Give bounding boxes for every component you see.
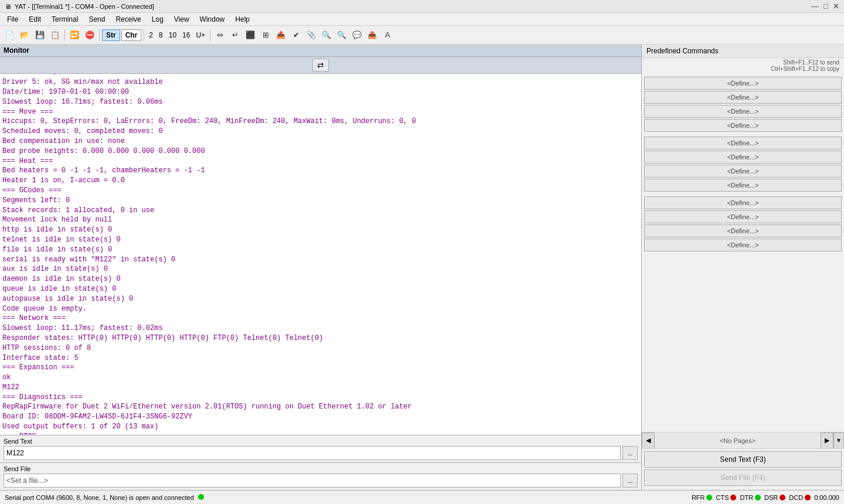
- predef-btn-8[interactable]: <Define...>: [644, 179, 842, 192]
- toolbar-stop[interactable]: ⛔: [83, 28, 97, 42]
- monitor-toolbar: ⇄: [0, 57, 641, 74]
- toolbar-enter[interactable]: ↵: [228, 28, 242, 42]
- toolbar-swap[interactable]: ⇔: [213, 28, 227, 42]
- predef-btn-5[interactable]: <Define...>: [644, 137, 842, 149]
- predef-btn-10[interactable]: <Define...>: [644, 210, 842, 223]
- toolbar-grid[interactable]: ⊞: [258, 28, 273, 42]
- monitor-line: RepRapFirmware for Duet 2 WiFi/Ethernet …: [2, 402, 639, 412]
- menu-terminal[interactable]: Terminal: [47, 14, 83, 25]
- monitor-line: Hiccups: 0, StepErrors: 0, LaErrors: 0, …: [2, 117, 639, 127]
- monitor-line: Interface state: 5: [2, 353, 639, 363]
- predef-btn-12[interactable]: <Define...>: [644, 239, 842, 251]
- status-bar: Serial port COM4 (9600, 8, None, 1, None…: [0, 490, 844, 504]
- dtr-label: DTR: [740, 494, 753, 501]
- monitor-line: Driver 5: ok, SG min/max not available: [2, 77, 639, 87]
- monitor-line: telnet is idle in state(s) 0: [2, 235, 639, 245]
- send-text-button[interactable]: Send Text (F3): [644, 451, 842, 468]
- dcd-indicator: DCD: [789, 494, 811, 501]
- menu-log[interactable]: Log: [147, 14, 168, 25]
- menu-receive[interactable]: Receive: [111, 14, 145, 25]
- toolbar-str[interactable]: Str: [102, 29, 120, 41]
- toolbar-copy[interactable]: 📋: [48, 28, 62, 42]
- toolbar-check[interactable]: ✔: [289, 28, 303, 42]
- toolbar-clip[interactable]: 📎: [304, 28, 318, 42]
- monitor-swap-btn[interactable]: ⇄: [312, 59, 329, 71]
- send-text-input[interactable]: [4, 446, 621, 460]
- toolbar-sep4: [210, 29, 210, 41]
- predef-btn-1[interactable]: <Define...>: [644, 77, 842, 90]
- menu-file[interactable]: File: [2, 14, 23, 25]
- dcd-led: [805, 495, 811, 500]
- rfr-label: RFR: [692, 494, 705, 501]
- menu-window[interactable]: Window: [195, 14, 230, 25]
- status-indicators: RFR CTS DTR DSR DCD 0:00.000: [692, 494, 839, 501]
- toolbar-clear[interactable]: ⬛: [243, 28, 257, 42]
- toolbar-open[interactable]: 📂: [18, 28, 32, 42]
- monitor-line: aux is idle in state(s) 0: [2, 264, 639, 274]
- toolbar-refresh[interactable]: 🔁: [67, 28, 81, 42]
- menu-edit[interactable]: Edit: [24, 14, 46, 25]
- monitor-line: Scheduled moves: 0, completed moves: 0: [2, 127, 639, 137]
- monitor-section: Monitor ⇄ Driver 1: ok, SG min/max not a…: [0, 45, 641, 435]
- monitor-line: Slowest loop: 11.17ms; fastest: 0.02ms: [2, 323, 639, 333]
- monitor-line: http is idle in state(s) 0: [2, 225, 639, 235]
- predef-btn-9[interactable]: <Define...>: [644, 196, 842, 209]
- dtr-led: [755, 495, 761, 500]
- menu-send[interactable]: Send: [84, 14, 110, 25]
- predef-btn-2[interactable]: <Define...>: [644, 91, 842, 104]
- send-text-browse-button[interactable]: ...: [622, 446, 638, 460]
- send-file-browse-button[interactable]: ...: [622, 474, 638, 488]
- toolbar-search2[interactable]: 🔍: [335, 28, 349, 42]
- pages-left-arrow[interactable]: ◀: [642, 433, 655, 449]
- dsr-indicator: DSR: [764, 494, 785, 501]
- send-text-label: Send Text: [4, 438, 638, 445]
- toolbar-num16[interactable]: 16: [180, 30, 192, 40]
- monitor-header: Monitor: [0, 45, 641, 57]
- toolbar-chat[interactable]: 💬: [350, 28, 364, 42]
- minimize-button[interactable]: —: [811, 2, 819, 11]
- send-file-section: Send File ...: [0, 462, 641, 490]
- predef-btn-6[interactable]: <Define...>: [644, 151, 842, 164]
- toolbar-search1[interactable]: 🔍: [319, 28, 333, 42]
- close-button[interactable]: ✕: [833, 2, 839, 11]
- monitor-content[interactable]: Driver 1: ok, SG min/max not availableDr…: [0, 74, 641, 435]
- toolbar-num8[interactable]: 8: [156, 30, 165, 40]
- dsr-label: DSR: [764, 494, 778, 501]
- monitor-line: HTTP sessions: 0 of 8: [2, 343, 639, 353]
- status-text: Serial port COM4 (9600, 8, None, 1, None…: [5, 494, 204, 501]
- toolbar-export[interactable]: 📤: [365, 28, 379, 42]
- dcd-label: DCD: [789, 494, 803, 501]
- title-bar-controls[interactable]: — □ ✕: [811, 2, 839, 11]
- monitor-line: === Network ===: [2, 314, 639, 323]
- right-panel: Predefined Commands Shift+F1..F12 to sen…: [642, 45, 844, 490]
- menu-view[interactable]: View: [169, 14, 194, 25]
- monitor-line: Used output buffers: 1 of 20 (13 max): [2, 422, 639, 432]
- menu-help[interactable]: Help: [230, 14, 254, 25]
- predef-btn-3[interactable]: <Define...>: [644, 105, 842, 118]
- toolbar-chr[interactable]: Chr: [121, 29, 142, 41]
- predef-btn-4[interactable]: <Define...>: [644, 119, 842, 132]
- toolbar-numU[interactable]: U+: [193, 30, 207, 40]
- monitor-line: M122: [2, 383, 639, 393]
- send-file-input[interactable]: [4, 474, 621, 488]
- toolbar-save[interactable]: 💾: [33, 28, 47, 42]
- monitor-line: file is idle in state(s) 0: [2, 245, 639, 255]
- toolbar-num2[interactable]: 2: [147, 30, 155, 40]
- monitor-line: queue is idle in state(s) 0: [2, 284, 639, 294]
- toolbar-font[interactable]: A: [380, 28, 394, 42]
- monitor-line: Heater 1 is on, I-accum = 0.0: [2, 176, 639, 186]
- monitor-line: === Heat ===: [2, 156, 639, 166]
- send-file-button[interactable]: Send File (F4): [644, 469, 842, 486]
- maximize-button[interactable]: □: [823, 2, 828, 11]
- toolbar-new[interactable]: 📄: [2, 28, 16, 42]
- toolbar-upload[interactable]: 📤: [274, 28, 288, 42]
- hint-line1: Shift+F1..F12 to send: [646, 59, 839, 66]
- toolbar-num10[interactable]: 10: [166, 30, 179, 40]
- predef-btn-11[interactable]: <Define...>: [644, 224, 842, 237]
- title-bar: 🖥 YAT - [[Terminal1 *] - COM4 - Open - C…: [0, 0, 844, 13]
- pages-right-arrow[interactable]: ▶: [821, 433, 833, 449]
- monitor-line: Slowest loop: 16.71ms; fastest: 0.06ms: [2, 97, 639, 107]
- pages-dropdown[interactable]: ▼: [833, 433, 844, 449]
- predef-btn-7[interactable]: <Define...>: [644, 165, 842, 178]
- monitor-line: Bed compensation in use: none: [2, 137, 639, 147]
